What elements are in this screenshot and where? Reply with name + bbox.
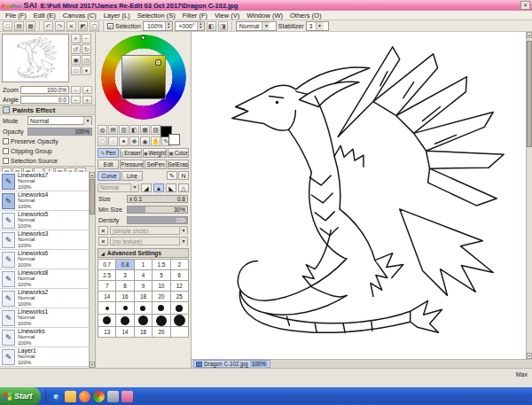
size-preset[interactable]: 4 bbox=[135, 270, 152, 280]
swatches-icon[interactable]: ▦ bbox=[140, 125, 150, 135]
marquee-tool-icon[interactable]: ⬚ bbox=[98, 136, 107, 146]
navigator-zoom-value[interactable]: 100.0% bbox=[20, 86, 69, 94]
save-file-icon[interactable]: ▦ bbox=[26, 21, 35, 31]
selection-source-row[interactable]: Selection Source bbox=[0, 156, 95, 166]
size-preset-dot[interactable] bbox=[116, 302, 133, 314]
layer-thumbnail-icon[interactable]: ✎ bbox=[2, 291, 15, 307]
size-slider[interactable]: x 0.1 0.8 bbox=[127, 195, 188, 203]
scroll-up-icon[interactable]: ▲ bbox=[90, 172, 95, 178]
size-preset[interactable]: 12 bbox=[171, 281, 188, 291]
chevron-down-icon[interactable]: ▼ bbox=[179, 238, 187, 245]
start-button[interactable]: Start bbox=[0, 387, 41, 405]
app-window-icon[interactable] bbox=[107, 391, 119, 402]
spin-down-icon[interactable]: ▼ bbox=[165, 26, 172, 30]
close-button[interactable]: ✕ bbox=[520, 1, 530, 10]
layer-item[interactable]: ✎ Lineworks5 Normal 100% bbox=[0, 211, 89, 230]
brush-tip-3-icon[interactable]: ◣ bbox=[166, 183, 176, 192]
chevron-down-icon[interactable]: ▼ bbox=[179, 227, 187, 235]
size-preset[interactable]: 16 bbox=[116, 292, 133, 301]
size-preset[interactable]: 20 bbox=[153, 327, 169, 337]
menu-others[interactable]: Others (O) bbox=[286, 12, 325, 19]
layer-thumbnail-icon[interactable]: ✎ bbox=[2, 349, 15, 365]
tab-selpen[interactable]: SelPen bbox=[145, 160, 166, 169]
rgb-slider-icon[interactable]: ▤ bbox=[108, 125, 118, 135]
lasso-tool-icon[interactable]: ◌ bbox=[108, 136, 118, 146]
zoom-minus-icon[interactable]: − bbox=[71, 86, 81, 94]
size-preset-dot[interactable] bbox=[171, 315, 188, 326]
tab-pen[interactable]: ✎ Pen bbox=[98, 148, 119, 158]
size-preset-dot[interactable] bbox=[98, 302, 115, 314]
brush-tip-4-icon[interactable]: △ bbox=[178, 183, 189, 192]
size-preset[interactable]: 10 bbox=[153, 281, 169, 291]
size-preset[interactable]: 0.7 bbox=[98, 260, 115, 269]
size-preset[interactable]: 5 bbox=[153, 270, 169, 280]
nav-rotate-ccw-icon[interactable]: ↺ bbox=[71, 44, 81, 54]
brush-tip-1-icon[interactable]: ◢ bbox=[141, 183, 152, 192]
folder-icon[interactable] bbox=[65, 391, 76, 402]
flip-horizontal-icon[interactable]: ◧ bbox=[207, 21, 216, 31]
advanced-settings-bar[interactable]: ◢ Advanced Settings bbox=[98, 248, 189, 258]
tab-edit[interactable]: Edit bbox=[98, 160, 119, 169]
angle-spinner[interactable]: +000° ▲▼ bbox=[175, 21, 205, 31]
nav-zoom-in-icon[interactable]: + bbox=[71, 34, 81, 43]
layer-item[interactable]: ✎ Lineworks7 Normal 100% bbox=[0, 172, 89, 191]
menu-file[interactable]: File (F) bbox=[2, 12, 30, 19]
layer-list-scrollbar[interactable]: ▲ ▼ bbox=[89, 172, 95, 368]
brush-blend-select[interactable]: Normal ▼ bbox=[98, 183, 139, 192]
layer-item[interactable]: ✎ Layer1 Normal 100% bbox=[0, 347, 89, 367]
layer-item[interactable]: ✎ Lineworks Normal 100% bbox=[0, 328, 89, 347]
size-preset[interactable]: 14 bbox=[98, 292, 115, 301]
size-preset-dot[interactable] bbox=[153, 302, 169, 314]
layer-thumbnail-icon[interactable]: ✎ bbox=[2, 232, 15, 248]
tab-line[interactable]: Line bbox=[121, 171, 143, 181]
chevron-down-icon[interactable]: ▼ bbox=[262, 22, 270, 30]
nav-option-icon[interactable]: ▾ bbox=[82, 66, 91, 75]
hand-tool-icon[interactable]: ✋ bbox=[151, 136, 160, 146]
navigator-thumbnail[interactable] bbox=[2, 34, 69, 82]
size-preset-dot[interactable] bbox=[153, 315, 169, 326]
size-preset[interactable]: 9 bbox=[135, 281, 152, 291]
canvas-vertical-scrollbar[interactable]: ▲ ▼ bbox=[526, 32, 532, 359]
size-preset-dot[interactable] bbox=[171, 302, 188, 314]
layer-thumbnail-icon[interactable]: ✎ bbox=[2, 252, 15, 268]
opacity-slider[interactable]: 100% bbox=[27, 128, 92, 136]
size-preset-dot[interactable] bbox=[116, 315, 133, 326]
scratchpad-icon[interactable]: ▨ bbox=[151, 125, 160, 135]
chrome-icon[interactable] bbox=[93, 391, 105, 402]
edge-shape-select[interactable]: (simple circle) ▼ bbox=[110, 226, 188, 235]
crop-icon[interactable]: ▢ bbox=[90, 21, 99, 31]
blend-mode-select[interactable]: Normal ▼ bbox=[236, 21, 277, 31]
firefox-icon[interactable] bbox=[79, 391, 90, 402]
canvas-tab[interactable]: Dragon C-102.jpg 100% bbox=[193, 360, 270, 368]
menu-view[interactable]: View (V) bbox=[211, 12, 243, 19]
zoom-spin-buttons[interactable]: ▲▼ bbox=[165, 22, 172, 30]
size-preset[interactable]: 3 bbox=[116, 270, 133, 280]
scroll-up-icon[interactable]: ▲ bbox=[527, 32, 532, 38]
spin-down-icon[interactable]: ▼ bbox=[197, 26, 204, 30]
min-size-slider[interactable]: 30% bbox=[127, 206, 188, 214]
navigator-angle-value[interactable]: 0.0 bbox=[20, 96, 69, 104]
layer-thumbnail-icon[interactable]: ✎ bbox=[2, 193, 15, 209]
layer-item[interactable]: ✎ Lineworks3 Normal 100% bbox=[0, 230, 89, 250]
size-preset[interactable]: 7 bbox=[98, 281, 115, 291]
deselect-icon[interactable]: ✕ bbox=[66, 21, 76, 31]
chevron-down-icon[interactable]: ▼ bbox=[83, 117, 91, 125]
size-preset[interactable]: 1.5 bbox=[153, 260, 169, 269]
undo-icon[interactable]: ↶ bbox=[43, 21, 53, 31]
nav-reset-icon[interactable]: □ bbox=[71, 66, 81, 75]
size-preset[interactable]: 2.5 bbox=[98, 270, 115, 280]
clipping-group-checkbox[interactable] bbox=[3, 148, 9, 154]
tab-curve[interactable]: Curve bbox=[98, 171, 121, 181]
size-preset[interactable]: 25 bbox=[171, 292, 188, 301]
scroll-down-icon[interactable]: ▼ bbox=[90, 362, 95, 368]
size-preset[interactable]: 18 bbox=[135, 292, 152, 301]
scroll-down-icon[interactable]: ▼ bbox=[527, 353, 532, 359]
tab-color[interactable]: ▣ Color bbox=[168, 148, 189, 158]
drawing-canvas[interactable] bbox=[192, 32, 526, 359]
angle-spin-buttons[interactable]: ▲▼ bbox=[197, 22, 204, 30]
chevron-down-icon[interactable]: ▼ bbox=[130, 183, 138, 191]
nav-actual-size-icon[interactable]: ◳ bbox=[82, 55, 91, 65]
tab-pressure[interactable]: Pressure bbox=[120, 160, 144, 169]
scrollbar-thumb[interactable] bbox=[90, 179, 95, 214]
size-preset[interactable]: 2 bbox=[171, 260, 188, 269]
